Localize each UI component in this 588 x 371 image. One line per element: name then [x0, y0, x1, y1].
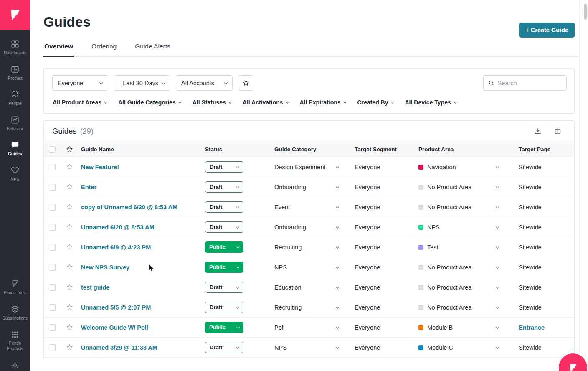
download-button[interactable]: [534, 127, 542, 135]
segment-filter-select[interactable]: Everyone: [52, 75, 108, 91]
pendo-logo[interactable]: [0, 0, 30, 30]
guide-category-select[interactable]: Poll: [274, 324, 355, 331]
row-checkbox[interactable]: [49, 324, 56, 331]
search-field[interactable]: [483, 75, 567, 91]
sidebar-item-dashboards[interactable]: Dashboards: [0, 37, 30, 58]
manage-columns-button[interactable]: [554, 127, 562, 135]
column-header-guide-name[interactable]: Guide Name: [81, 146, 205, 152]
guide-name-link[interactable]: Unnamed 6/20 @ 8:53 AM: [81, 224, 205, 231]
tab-guide-alerts[interactable]: Guide Alerts: [134, 43, 171, 56]
row-star-button[interactable]: [66, 343, 81, 351]
secondary-filter-dropdown[interactable]: All Guide Categories: [118, 99, 181, 106]
search-input[interactable]: [498, 80, 562, 86]
row-star-button[interactable]: [66, 183, 81, 191]
row-star-button[interactable]: [66, 323, 81, 331]
status-select[interactable]: Draft: [205, 342, 243, 353]
status-select[interactable]: Draft: [205, 161, 243, 173]
column-header-guide-category[interactable]: Guide Category: [274, 146, 355, 152]
date-range-select[interactable]: Last 30 Days: [114, 75, 170, 91]
guide-name-link[interactable]: Unnamed 5/5 @ 2:07 PM: [81, 304, 205, 311]
row-checkbox[interactable]: [49, 244, 56, 251]
product-area-select[interactable]: Module C: [418, 344, 519, 351]
status-select[interactable]: Draft: [205, 302, 243, 313]
sidebar-item-settings[interactable]: [0, 358, 30, 371]
guide-category-select[interactable]: Design Experiment: [274, 164, 355, 170]
status-select[interactable]: Draft: [205, 201, 243, 213]
secondary-filter-dropdown[interactable]: Created By: [357, 99, 394, 106]
guide-name-link[interactable]: Unnamed 6/9 @ 4:23 PM: [81, 244, 205, 251]
row-star-button[interactable]: [66, 303, 81, 311]
target-page-value[interactable]: Entrance: [519, 324, 574, 331]
product-area-select[interactable]: Navigation: [418, 164, 519, 170]
guide-name-link[interactable]: test guide: [81, 284, 205, 291]
column-header-status[interactable]: Status: [205, 146, 274, 152]
status-select[interactable]: Draft: [205, 221, 243, 233]
sidebar-item-pendo-products[interactable]: Pendo Products: [0, 327, 30, 354]
status-select[interactable]: Draft: [205, 181, 243, 193]
guide-category-select[interactable]: Onboarding: [274, 224, 355, 231]
sidebar-item-people[interactable]: People: [0, 87, 30, 109]
row-star-button[interactable]: [66, 163, 81, 171]
column-header-product-area[interactable]: Product Area: [418, 146, 519, 152]
guide-category-select[interactable]: NPS: [274, 264, 355, 271]
row-checkbox[interactable]: [49, 224, 56, 231]
scrollbar-thumb[interactable]: [584, 4, 587, 20]
row-checkbox[interactable]: [49, 344, 56, 351]
row-checkbox[interactable]: [49, 164, 56, 170]
guide-category-select[interactable]: Recruiting: [274, 244, 355, 251]
row-checkbox[interactable]: [49, 264, 56, 271]
row-checkbox[interactable]: [49, 204, 56, 211]
accounts-filter-select[interactable]: All Accounts: [176, 75, 233, 91]
secondary-filter-dropdown[interactable]: All Device Types: [405, 99, 456, 106]
row-star-button[interactable]: [66, 223, 81, 231]
status-select[interactable]: Draft: [205, 282, 243, 293]
row-star-button[interactable]: [66, 243, 81, 251]
guide-category-select[interactable]: Event: [274, 204, 355, 211]
column-header-target-segment[interactable]: Target Segment: [355, 146, 418, 152]
column-header-target-page[interactable]: Target Page: [519, 146, 574, 152]
row-star-button[interactable]: [66, 263, 81, 271]
tab-ordering[interactable]: Ordering: [91, 43, 117, 56]
guide-category-select[interactable]: Recruiting: [274, 304, 355, 311]
product-area-select[interactable]: No Product Area: [418, 284, 519, 291]
sidebar-item-subscriptions[interactable]: Subscriptions: [0, 302, 30, 324]
product-area-select[interactable]: No Product Area: [418, 264, 519, 271]
sidebar-item-pendo-tools[interactable]: Pendo Tools: [0, 277, 30, 298]
row-checkbox[interactable]: [49, 304, 56, 311]
guide-name-link[interactable]: New Feature!: [81, 164, 205, 170]
status-select[interactable]: Public: [205, 241, 243, 253]
product-area-select[interactable]: Test: [418, 244, 519, 251]
product-area-select[interactable]: No Product Area: [418, 304, 519, 311]
guide-category-select[interactable]: Onboarding: [274, 184, 355, 191]
status-select[interactable]: Public: [205, 322, 243, 333]
row-checkbox[interactable]: [49, 184, 56, 191]
guide-name-link[interactable]: New NPS Survey: [81, 264, 205, 271]
guide-category-select[interactable]: NPS: [274, 344, 355, 351]
guide-name-link[interactable]: Enter: [81, 184, 205, 191]
sidebar-item-product[interactable]: Product: [0, 62, 30, 84]
product-area-select[interactable]: NPS: [418, 224, 519, 231]
secondary-filter-dropdown[interactable]: All Statuses: [193, 99, 231, 106]
product-area-select[interactable]: No Product Area: [418, 184, 519, 191]
secondary-filter-dropdown[interactable]: All Expirations: [300, 99, 346, 106]
select-all-checkbox[interactable]: [49, 146, 56, 153]
guide-name-link[interactable]: copy of Unnamed 6/20 @ 8:53 AM: [81, 204, 205, 211]
product-area-select[interactable]: No Product Area: [418, 204, 519, 211]
guide-name-link[interactable]: Welcome Guide W/ Poll: [81, 324, 205, 331]
favorite-filter-button[interactable]: [238, 75, 253, 91]
guide-name-link[interactable]: Unnamed 3/29 @ 11:33 AM: [81, 344, 205, 351]
star-column-header[interactable]: [66, 145, 81, 153]
sidebar-item-nps[interactable]: NPS: [0, 163, 30, 185]
sidebar-item-guides[interactable]: Guides: [0, 138, 30, 160]
secondary-filter-dropdown[interactable]: All Activations: [243, 99, 289, 106]
sidebar-item-behavior[interactable]: Behavior: [0, 113, 30, 135]
row-star-button[interactable]: [66, 283, 81, 291]
product-area-select[interactable]: Module B: [418, 324, 519, 331]
status-select[interactable]: Public: [205, 262, 243, 273]
guide-category-select[interactable]: Education: [274, 284, 355, 291]
row-star-button[interactable]: [66, 203, 81, 211]
create-guide-button[interactable]: + Create Guide: [519, 23, 575, 38]
secondary-filter-dropdown[interactable]: All Product Areas: [53, 99, 107, 106]
tab-overview[interactable]: Overview: [43, 43, 74, 57]
row-checkbox[interactable]: [49, 284, 56, 291]
